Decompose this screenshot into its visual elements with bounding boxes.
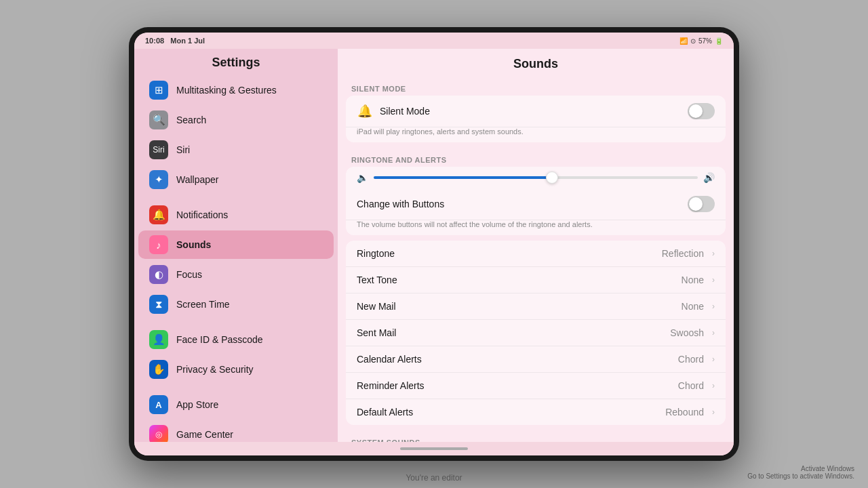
calendar-alerts-row[interactable]: Calendar Alerts Chord › xyxy=(346,346,726,373)
reminder-alerts-label: Reminder Alerts xyxy=(357,380,671,391)
text-tone-label: Text Tone xyxy=(357,274,675,285)
reminder-alerts-chevron: › xyxy=(712,381,715,390)
change-buttons-row: Change with Buttons xyxy=(346,188,726,220)
tablet-screen: 10:08 Mon 1 Jul 📶 ⊙ 57% 🔋 Settings ⊞ Mul… xyxy=(134,33,734,455)
sounds-icon: ♪ xyxy=(149,235,168,254)
section-header-silent: SILENT MODE xyxy=(338,77,734,96)
change-buttons-label: Change with Buttons xyxy=(357,199,681,209)
sidebar-item-multitasking[interactable]: ⊞ Multitasking & Gestures xyxy=(138,76,334,104)
sidebar-item-search[interactable]: 🔍 Search xyxy=(138,106,334,134)
sidebar-label-screen-time: Screen Time xyxy=(176,299,230,310)
volume-low-icon: 🔈 xyxy=(357,172,368,183)
section-header-system-sounds: SYSTEM SOUNDS xyxy=(338,430,734,442)
ringtone-value: Reflection xyxy=(662,248,704,259)
silent-mode-description: iPad will play ringtones, alerts and sys… xyxy=(346,127,726,142)
sidebar-item-notifications[interactable]: 🔔 Notifications xyxy=(138,201,334,229)
screen-time-icon: ⧗ xyxy=(149,295,168,314)
calendar-alerts-chevron: › xyxy=(712,354,715,364)
search-icon: 🔍 xyxy=(149,110,168,129)
status-time: 10:08 Mon 1 Jul xyxy=(145,37,205,45)
sidebar-label-focus: Focus xyxy=(176,269,202,280)
sidebar-label-multitasking: Multitasking & Gestures xyxy=(176,85,277,96)
sidebar-label-sounds: Sounds xyxy=(176,239,211,250)
new-mail-value: None xyxy=(682,301,704,312)
sidebar-label-app-store: App Store xyxy=(176,399,218,410)
panel-title: Sounds xyxy=(338,49,734,77)
ringtone-chevron: › xyxy=(712,249,715,258)
status-bar: 10:08 Mon 1 Jul 📶 ⊙ 57% 🔋 xyxy=(134,33,734,49)
ringtone-alerts-card: 🔈 🔊 Change with Buttons The volume butto… xyxy=(346,167,726,235)
text-tone-row[interactable]: Text Tone None › xyxy=(346,267,726,293)
new-mail-chevron: › xyxy=(712,302,715,311)
focus-icon: ◐ xyxy=(149,265,168,284)
main-panel: Sounds SILENT MODE 🔔 Silent Mode iPad wi… xyxy=(338,49,734,442)
status-icons: 📶 ⊙ 57% 🔋 xyxy=(679,37,723,45)
siri-icon: Siri xyxy=(149,140,168,159)
tones-card: Ringtone Reflection › Text Tone None › N… xyxy=(346,241,726,425)
notifications-icon: 🔔 xyxy=(149,205,168,224)
battery-percent: 57% xyxy=(698,37,712,45)
volume-slider-row: 🔈 🔊 xyxy=(346,167,726,188)
text-tone-chevron: › xyxy=(712,275,715,285)
home-indicator[interactable] xyxy=(400,447,468,450)
sidebar-item-wallpaper[interactable]: ✦ Wallpaper xyxy=(138,165,334,194)
calendar-alerts-value: Chord xyxy=(678,354,704,365)
battery-icon: 🔋 xyxy=(715,37,723,45)
wifi-icon: 📶 xyxy=(679,37,688,45)
privacy-icon: ✋ xyxy=(149,360,168,379)
sidebar-title: Settings xyxy=(134,49,338,75)
tablet-frame: 10:08 Mon 1 Jul 📶 ⊙ 57% 🔋 Settings ⊞ Mul… xyxy=(129,27,739,461)
signal-icon: ⊙ xyxy=(690,37,696,45)
sidebar: Settings ⊞ Multitasking & Gestures 🔍 Sea… xyxy=(134,49,338,442)
sidebar-label-game-center: Game Center xyxy=(176,429,233,440)
face-id-icon: 👤 xyxy=(149,330,168,349)
bottom-toast: You're an editor xyxy=(406,473,462,483)
activate-windows-notice: Activate WindowsGo to Settings to activa… xyxy=(747,465,854,480)
sidebar-label-notifications: Notifications xyxy=(176,209,228,220)
multitasking-icon: ⊞ xyxy=(149,81,168,100)
new-mail-row[interactable]: New Mail None › xyxy=(346,293,726,320)
default-alerts-value: Rebound xyxy=(665,407,704,418)
volume-bar[interactable] xyxy=(374,176,698,179)
silent-mode-toggle[interactable] xyxy=(688,103,715,119)
sidebar-label-face-id: Face ID & Passcode xyxy=(176,334,263,345)
game-center-icon: ◎ xyxy=(149,425,168,442)
sidebar-item-focus[interactable]: ◐ Focus xyxy=(138,260,334,289)
sent-mail-chevron: › xyxy=(712,328,715,338)
sidebar-label-search: Search xyxy=(176,115,206,125)
ringtone-label: Ringtone xyxy=(357,248,655,259)
main-content: Settings ⊞ Multitasking & Gestures 🔍 Sea… xyxy=(134,49,734,442)
volume-thumb[interactable] xyxy=(546,171,558,184)
sidebar-item-siri[interactable]: Siri Siri xyxy=(138,136,334,164)
wallpaper-icon: ✦ xyxy=(149,170,168,189)
text-tone-value: None xyxy=(682,274,704,285)
sidebar-item-face-id[interactable]: 👤 Face ID & Passcode xyxy=(138,325,334,354)
sidebar-item-screen-time[interactable]: ⧗ Screen Time xyxy=(138,290,334,319)
sent-mail-label: Sent Mail xyxy=(357,327,663,338)
sidebar-item-privacy[interactable]: ✋ Privacy & Security xyxy=(138,355,334,384)
app-store-icon: A xyxy=(149,395,168,414)
sent-mail-value: Swoosh xyxy=(670,327,704,338)
sidebar-label-wallpaper: Wallpaper xyxy=(176,174,219,185)
bottom-bar xyxy=(134,442,734,455)
sidebar-item-game-center[interactable]: ◎ Game Center xyxy=(138,420,334,442)
new-mail-label: New Mail xyxy=(357,301,675,312)
ringtone-row[interactable]: Ringtone Reflection › xyxy=(346,241,726,267)
change-buttons-toggle[interactable] xyxy=(688,196,715,212)
change-buttons-description: The volume buttons will not affect the v… xyxy=(346,220,726,235)
reminder-alerts-row[interactable]: Reminder Alerts Chord › xyxy=(346,373,726,399)
default-alerts-chevron: › xyxy=(712,407,715,417)
section-header-ringtone: RINGTONE AND ALERTS xyxy=(338,148,734,167)
default-alerts-row[interactable]: Default Alerts Rebound › xyxy=(346,399,726,425)
silent-mode-card: 🔔 Silent Mode iPad will play ringtones, … xyxy=(346,96,726,142)
sidebar-label-privacy: Privacy & Security xyxy=(176,364,254,375)
default-alerts-label: Default Alerts xyxy=(357,407,658,418)
silent-mode-row: 🔔 Silent Mode xyxy=(346,96,726,127)
sidebar-item-sounds[interactable]: ♪ Sounds xyxy=(138,230,334,259)
reminder-alerts-value: Chord xyxy=(678,380,704,391)
sent-mail-row[interactable]: Sent Mail Swoosh › xyxy=(346,320,726,346)
calendar-alerts-label: Calendar Alerts xyxy=(357,354,671,365)
sidebar-label-siri: Siri xyxy=(176,144,190,155)
sidebar-item-app-store[interactable]: A App Store xyxy=(138,390,334,419)
volume-high-icon: 🔊 xyxy=(703,172,715,183)
